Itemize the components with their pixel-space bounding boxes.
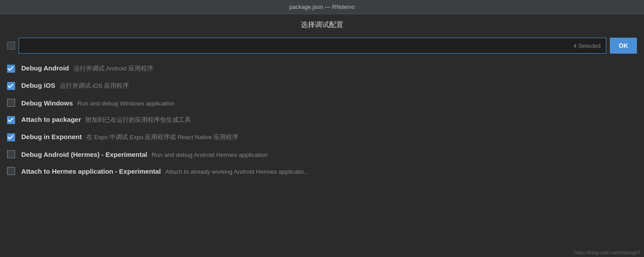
item-text: Debug Android (Hermes) - ExperimentalRun…	[21, 151, 637, 158]
item-checkbox-3[interactable]	[7, 99, 15, 107]
item-name: Debug Windows	[21, 99, 73, 107]
ok-button[interactable]: OK	[610, 38, 637, 54]
list-item[interactable]: Debug iOS运行并调试 iOS 应用程序	[0, 77, 644, 94]
title-bar: package.json — RNdemo	[0, 0, 644, 14]
item-checkbox-1[interactable]	[7, 65, 15, 73]
item-checkbox-5[interactable]	[7, 133, 15, 141]
search-bar-row: 4 Selected OK	[0, 35, 644, 58]
item-description: 在 Expo 中调试 Expo 应用程序或 React Native 应用程序	[86, 133, 238, 141]
item-checkbox-2[interactable]	[7, 82, 15, 90]
search-input[interactable]	[24, 42, 570, 49]
item-description: Run and debug Windows application	[78, 100, 175, 107]
item-text: Debug iOS运行并调试 iOS 应用程序	[21, 82, 637, 90]
item-text: Debug Android运行并调试 Android 应用程序	[21, 64, 637, 73]
list-item[interactable]: Debug Android (Hermes) - ExperimentalRun…	[0, 146, 644, 163]
search-input-wrapper: 4 Selected	[19, 38, 606, 54]
list-item[interactable]: Debug WindowsRun and debug Windows appli…	[0, 94, 644, 111]
list-item[interactable]: Debug Android运行并调试 Android 应用程序	[0, 60, 644, 77]
items-list: Debug Android运行并调试 Android 应用程序Debug iOS…	[0, 58, 644, 181]
watermark: https://blog.csdn.net/shifang07	[574, 250, 640, 255]
item-description: 附加到已在运行的应用程序包生成工具	[85, 116, 191, 124]
item-text: Attach to packager附加到已在运行的应用程序包生成工具	[21, 116, 637, 124]
item-name: Debug Android	[21, 64, 69, 72]
item-text: Debug WindowsRun and debug Windows appli…	[21, 99, 637, 107]
item-text: Attach to Hermes application - Experimen…	[21, 167, 637, 175]
item-description: Run and debug Android Hermes application	[152, 152, 268, 158]
title-bar-text: package.json — RNdemo	[289, 4, 355, 10]
item-description: 运行并调试 Android 应用程序	[74, 65, 153, 73]
item-name: Debug Android (Hermes) - Experimental	[21, 151, 147, 158]
list-item[interactable]: Attach to packager附加到已在运行的应用程序包生成工具	[0, 111, 644, 128]
list-item[interactable]: Attach to Hermes application - Experimen…	[0, 163, 644, 179]
select-all-checkbox[interactable]	[7, 42, 15, 50]
item-name: Attach to Hermes application - Experimen…	[21, 167, 161, 175]
item-name: Debug iOS	[21, 82, 55, 89]
list-item[interactable]: Debug in Exponent在 Expo 中调试 Expo 应用程序或 R…	[0, 128, 644, 146]
item-description: 运行并调试 iOS 应用程序	[60, 82, 129, 90]
item-checkbox-4[interactable]	[7, 116, 15, 124]
item-text: Debug in Exponent在 Expo 中调试 Expo 应用程序或 R…	[21, 133, 637, 141]
dialog-title: 选择调试配置	[0, 14, 644, 35]
selected-count: 4 Selected	[574, 43, 601, 49]
item-description: Attach to already working Android Hermes…	[165, 168, 309, 175]
item-name: Debug in Exponent	[21, 133, 82, 140]
item-name: Attach to packager	[21, 116, 81, 123]
item-checkbox-7[interactable]	[7, 167, 15, 175]
item-checkbox-6[interactable]	[7, 150, 15, 158]
